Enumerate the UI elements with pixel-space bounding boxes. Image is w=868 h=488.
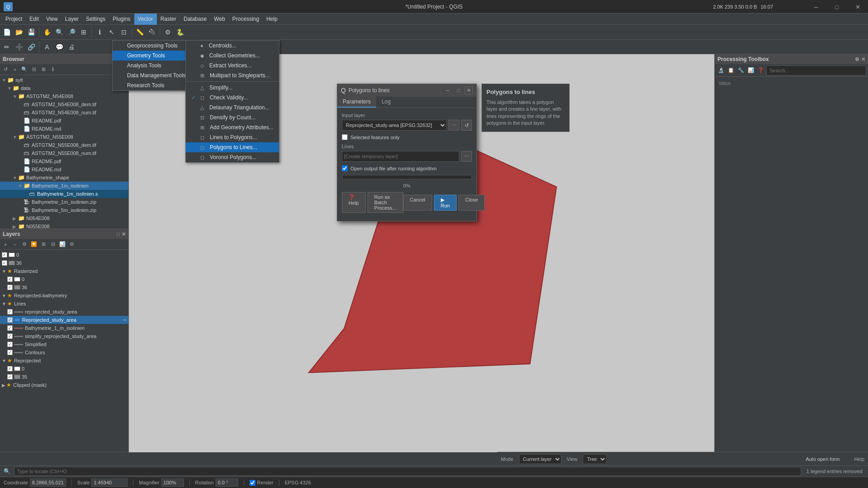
menu-project[interactable]: Project [2, 14, 26, 25]
new-project-button[interactable]: 📄 [1, 26, 13, 38]
proc-tool-btn-4[interactable]: 📊 [746, 66, 755, 75]
label-button[interactable]: A [41, 41, 53, 53]
run-batch-button[interactable]: Run as Batch Process... [368, 192, 403, 213]
tree-item-num-tif[interactable]: 🗃 ASTGTM2_N54E008_num.tif [0, 108, 128, 117]
run-button[interactable]: ▶ Run [434, 195, 457, 211]
open-output-checkbox[interactable] [342, 165, 348, 171]
layer-checkbox[interactable]: ✓ [7, 342, 13, 347]
layer-checkbox[interactable]: ✓ [2, 260, 7, 266]
menu-vector[interactable]: Vector [134, 14, 157, 25]
dialog-maximize-button[interactable]: □ [454, 86, 463, 95]
browser-add-button[interactable]: + [10, 65, 19, 74]
rotation-input[interactable] [216, 479, 238, 487]
layers-table-button[interactable]: 📊 [58, 240, 67, 249]
browser-collapse-all-button[interactable]: ⊟ [29, 65, 38, 74]
menu-densify[interactable]: ⊡ Densify by Count... [186, 113, 279, 122]
dialog-minimize-button[interactable]: ─ [443, 86, 452, 95]
menu-add-geom-attrs[interactable]: ⊞ Add Geometry Attributes... [186, 122, 279, 132]
tree-item-n054[interactable]: ▶ 📁 N054E008 [0, 214, 128, 222]
layer-contours[interactable]: ✓ Contours [0, 348, 128, 357]
layers-group-button[interactable]: ⊞ [39, 240, 48, 249]
layer-reprojected-0[interactable]: ✓ 0 [0, 365, 128, 373]
proc-tool-btn-1[interactable]: 🔬 [717, 66, 726, 75]
layer-reprojected-35[interactable]: ✓ 35 [0, 373, 128, 381]
layer-group-reprojected-bathymetry[interactable]: ▼ ★ Reprojected-bathymetry [0, 291, 128, 300]
menu-multipart-singleparts[interactable]: ⊞ Multipart to Singleparts... [186, 70, 279, 80]
input-layer-select[interactable]: Reprojected_study-area [EPSG:32632] [342, 120, 447, 131]
tree-item-bathy-shp[interactable]: 🗃 Bathymetrie_1m_isolinien.s [0, 190, 128, 198]
proc-close-icon[interactable]: ✕ [861, 56, 865, 62]
layer-bathymetrie-1m[interactable]: ✓ Bathymetrie_1_m_isolinien [0, 324, 128, 332]
tree-item-bathy-5m-zip[interactable]: 🗜 Bathymetrie_5m_isolinien.zip [0, 206, 128, 214]
menu-web[interactable]: Web [210, 14, 228, 25]
browser-refresh-button[interactable]: ↺ [1, 65, 10, 74]
magnifier-input[interactable] [161, 479, 184, 487]
composer-button[interactable]: 🖨 [66, 41, 77, 53]
dialog-tab-parameters[interactable]: Parameters [337, 97, 376, 108]
coordinate-input[interactable] [30, 479, 66, 487]
layer-item-rast-36[interactable]: ✓ 36 [0, 283, 128, 291]
annotation-button[interactable]: 💬 [53, 41, 65, 53]
proc-tool-btn-5[interactable]: ❓ [756, 66, 765, 75]
input-layer-refresh-button[interactable]: ↺ [461, 120, 472, 131]
layer-checkbox[interactable]: ✓ [7, 350, 13, 355]
menu-view[interactable]: View [42, 14, 61, 25]
layers-expand-icon[interactable]: □ [117, 231, 120, 237]
plugins-button[interactable]: 🔌 [146, 26, 158, 38]
tree-item-n55-dem[interactable]: 🗃 ASTGTM2_N55E008_dem.tif [0, 141, 128, 149]
tree-item-n55-readme-pdf[interactable]: 📄 README.pdf [0, 157, 128, 165]
menu-processing[interactable]: Processing [229, 14, 263, 25]
menu-database[interactable]: Database [180, 14, 210, 25]
layer-checkbox[interactable]: ✓ [7, 317, 13, 323]
browser-properties-button[interactable]: ℹ [48, 65, 57, 74]
layers-properties-button[interactable]: ⚙ [20, 240, 29, 249]
snapping-button[interactable]: 🔗 [25, 41, 37, 53]
add-layer-button[interactable]: ➕ [13, 41, 25, 53]
proc-settings-icon[interactable]: ⚙ [855, 56, 859, 62]
layer-item-rast-0[interactable]: ✓ 0 [0, 275, 128, 283]
zoom-in-button[interactable]: 🔍 [53, 26, 65, 38]
render-checkbox[interactable] [250, 480, 255, 486]
layer-reprojected-study-area[interactable]: ✓ reprojected_study_area [0, 308, 128, 316]
layer-group-reprojected[interactable]: ▼ ★ Reprojected [0, 357, 128, 365]
menu-simplify[interactable]: △ Simplify... [186, 83, 279, 93]
menu-plugins[interactable]: Plugins [109, 14, 134, 25]
browser-expand-all-button[interactable]: ⊞ [39, 65, 48, 74]
tree-item-readme-pdf[interactable]: 📄 README.pdf [0, 117, 128, 125]
tree-item-dem-tif[interactable]: 🗃 ASTGTM2_N54E008_dem.tif [0, 100, 128, 108]
tree-item-readme-md[interactable]: 📄 README.md [0, 125, 128, 133]
cancel-button[interactable]: Cancel [403, 195, 432, 211]
dialog-tab-log[interactable]: Log [376, 97, 396, 108]
layer-checkbox[interactable]: ✓ [2, 252, 7, 258]
layer-checkbox[interactable]: ✓ [7, 333, 13, 339]
layer-checkbox[interactable]: ✓ [7, 277, 13, 282]
menu-delaunay[interactable]: △ Delaunay Triangulation... [186, 103, 279, 113]
view-select[interactable]: Tree [583, 454, 607, 464]
deselect-button[interactable]: ⊡ [118, 26, 130, 38]
dialog-close-button[interactable]: ✕ [465, 86, 473, 94]
mode-select[interactable]: Current layer [519, 454, 561, 464]
layer-item-36[interactable]: ✓ 36 [0, 259, 128, 267]
menu-check-validity[interactable]: ✓ ◻ Check Validity... [186, 93, 279, 103]
close-button[interactable]: Close [458, 195, 485, 211]
input-layer-options-button[interactable]: ⋯ [448, 120, 459, 131]
menu-raster[interactable]: Raster [157, 14, 180, 25]
maximize-button[interactable]: □ [826, 0, 847, 14]
layers-filter-button[interactable]: 🔽 [29, 240, 38, 249]
digitize-button[interactable]: ✏ [1, 41, 13, 53]
python-button[interactable]: 🐍 [174, 26, 186, 38]
tree-item-n55-num[interactable]: 🗃 ASTGTM2_N55E008_num.tif [0, 149, 128, 157]
zoom-full-button[interactable]: ⊞ [78, 26, 90, 38]
save-project-button[interactable]: 💾 [25, 26, 37, 38]
menu-settings[interactable]: Settings [82, 14, 109, 25]
open-project-button[interactable]: 📂 [13, 26, 25, 38]
menu-collect-geometries[interactable]: ◆ Collect Geometries... [186, 51, 279, 61]
close-button[interactable]: ✕ [847, 0, 868, 14]
layer-checkbox[interactable]: ✓ [7, 309, 13, 314]
layers-add-button[interactable]: + [1, 240, 10, 249]
lines-input[interactable] [342, 151, 459, 162]
scale-input[interactable] [91, 479, 127, 487]
proc-tool-btn-3[interactable]: 🔧 [736, 66, 745, 75]
tree-item-n055[interactable]: ▶ 📁 N055E008 [0, 222, 128, 229]
zoom-out-button[interactable]: 🔎 [66, 26, 77, 38]
